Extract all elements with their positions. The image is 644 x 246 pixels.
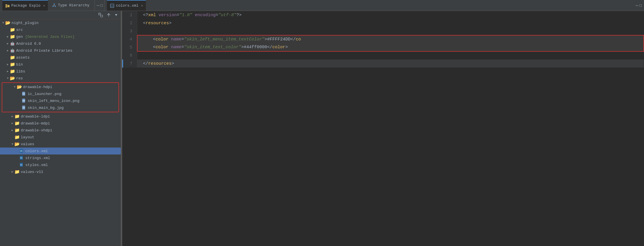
arrow-android-private[interactable]: ▶ bbox=[6, 49, 10, 52]
xml-string: "skin_left_menu_item_textColor" bbox=[184, 37, 265, 42]
tab-type-hierarchy[interactable]: Type Hierarchy bbox=[49, 0, 92, 11]
line-content-5[interactable]: <color name="skin_item_text_color">#44ff… bbox=[137, 43, 644, 51]
svg-rect-0 bbox=[5, 4, 7, 6]
svg-rect-1 bbox=[7, 5, 10, 7]
tree-item-root[interactable]: ▼ 📂 night_plugin bbox=[0, 19, 121, 26]
tree-label: skin_main_bg.jpg bbox=[28, 106, 64, 110]
tree-item-skin-left-menu-icon[interactable]: PNG skin_left_menu_icon.png bbox=[2, 97, 118, 104]
arrow-values[interactable]: ▼ bbox=[10, 143, 14, 146]
arrow-android60[interactable]: ▶ bbox=[6, 42, 10, 45]
folder-icon: 📁 bbox=[14, 169, 20, 174]
tree-item-layout[interactable]: 📁 layout bbox=[0, 134, 121, 141]
tree-label: skin_left_menu_icon.png bbox=[28, 99, 79, 103]
code-line-3: 3 bbox=[123, 27, 644, 35]
arrow-gen[interactable]: ▶ bbox=[6, 35, 10, 38]
arrow-drawable-xhdpi[interactable]: ▶ bbox=[10, 128, 14, 132]
right-tabs: xml colors.xml ✕ bbox=[107, 0, 146, 11]
tree-item-drawable-ldpi[interactable]: ▶ 📁 drawable-ldpi bbox=[0, 113, 121, 120]
colors-xml-icon: xml bbox=[110, 3, 114, 8]
arrow-root[interactable]: ▼ bbox=[1, 21, 5, 25]
tree-label: strings.xml bbox=[25, 156, 50, 160]
arrow-drawable-hdpi[interactable]: ▼ bbox=[13, 85, 17, 89]
xml-bracket: ?> bbox=[236, 13, 242, 18]
folder-icon: 📂 bbox=[5, 20, 10, 25]
tree-item-styles-xml[interactable]: XML styles.xml bbox=[0, 161, 121, 168]
xml-bracket: </ bbox=[143, 61, 148, 66]
tab-package-explorer-close[interactable]: ✕ bbox=[43, 4, 45, 8]
tab-colors-xml-close[interactable]: ✕ bbox=[141, 4, 143, 8]
arrow-drawable-ldpi[interactable]: ▶ bbox=[10, 115, 14, 118]
line-content-4[interactable]: <color name="skin_left_menu_item_textCol… bbox=[137, 35, 644, 43]
svg-rect-2 bbox=[5, 6, 7, 8]
editor-scroll[interactable]: 1 <?xml version="1.0" encoding="utf-8"?>… bbox=[122, 11, 644, 246]
tree-label: layout bbox=[21, 135, 34, 139]
svg-text:XML: XML bbox=[20, 157, 23, 159]
code-line-4: 4 <color name="skin_left_menu_item_textC… bbox=[123, 35, 644, 43]
tree-item-assets[interactable]: 📁 assets bbox=[0, 54, 121, 61]
left-panel-toolbar bbox=[0, 11, 121, 19]
arrow-drawable-mdpi[interactable]: ▶ bbox=[10, 122, 14, 125]
tree-item-src[interactable]: 📁 src bbox=[0, 26, 121, 33]
svg-text:PNG: PNG bbox=[22, 100, 25, 102]
folder-icon: 📁 bbox=[10, 69, 15, 74]
tree-item-libs[interactable]: ▶ 📁 libs bbox=[0, 68, 121, 75]
xml-bracket: = bbox=[216, 13, 218, 18]
tree-label: drawable-ldpi bbox=[21, 114, 50, 119]
svg-marker-15 bbox=[115, 14, 117, 16]
folder-open-icon: 📂 bbox=[10, 76, 15, 81]
tree-item-drawable-xhdpi[interactable]: ▶ 📁 drawable-xhdpi bbox=[0, 127, 121, 134]
svg-text:xml: xml bbox=[111, 5, 114, 7]
line-content-7[interactable]: </resources> bbox=[137, 59, 644, 68]
red-border-tree-group: ▼ 📂 drawable-hdpi PNG ic_launcher.png bbox=[2, 82, 119, 112]
line-number-6: 6 bbox=[123, 51, 137, 59]
link-with-editor-button[interactable] bbox=[105, 12, 112, 18]
xml-text: #FFFF24DD bbox=[267, 37, 291, 42]
xml-bracket: = bbox=[177, 13, 179, 18]
tree-item-values[interactable]: ▼ 📂 values bbox=[0, 141, 121, 148]
svg-text:PNG: PNG bbox=[22, 93, 25, 95]
line-number-7: 7 bbox=[123, 59, 137, 68]
arrow-bin[interactable]: ▶ bbox=[6, 63, 10, 66]
arrow-res[interactable]: ▼ bbox=[6, 77, 10, 80]
left-minimize-button[interactable]: ─ bbox=[97, 3, 99, 8]
arrow-libs[interactable]: ▶ bbox=[6, 70, 10, 73]
tree-item-gen[interactable]: ▶ 📁 gen [Generated Java Files] bbox=[0, 33, 121, 40]
tab-package-explorer[interactable]: Package Explo ✕ bbox=[2, 0, 48, 11]
collapse-all-button[interactable] bbox=[97, 12, 104, 18]
right-minimize-button[interactable]: ─ bbox=[636, 3, 638, 8]
folder-open-icon: 📂 bbox=[14, 141, 20, 147]
line-content-3[interactable] bbox=[137, 27, 644, 35]
tree-item-drawable-mdpi[interactable]: ▶ 📁 drawable-mdpi bbox=[0, 120, 121, 127]
left-maximize-button[interactable]: □ bbox=[100, 3, 103, 8]
tree-label: drawable-xhdpi bbox=[21, 128, 52, 133]
folder-icon: 📁 bbox=[10, 62, 15, 67]
xml-string: "skin_item_text_color" bbox=[184, 45, 241, 50]
folder-icon: 📁 bbox=[14, 121, 20, 126]
xml-bracket: < bbox=[153, 37, 156, 42]
tree-item-drawable-hdpi[interactable]: ▼ 📂 drawable-hdpi bbox=[2, 83, 118, 90]
tree-item-ic-launcher[interactable]: PNG ic_launcher.png bbox=[2, 90, 118, 97]
view-menu-button[interactable] bbox=[113, 13, 119, 17]
code-line-2: 2 <resources> bbox=[123, 19, 644, 27]
right-maximize-button[interactable]: □ bbox=[639, 3, 642, 8]
tree-item-strings-xml[interactable]: XML strings.xml bbox=[0, 154, 121, 161]
tree-label: assets bbox=[16, 55, 30, 60]
tree-item-colors-xml[interactable]: XML colors.xml bbox=[0, 148, 121, 154]
tab-colors-xml[interactable]: xml colors.xml ✕ bbox=[107, 0, 146, 11]
tree-item-bin[interactable]: ▶ 📁 bin bbox=[0, 61, 121, 68]
xml-text: #44ff0000 bbox=[244, 45, 267, 50]
line-content-2[interactable]: <resources> bbox=[137, 19, 644, 27]
tree-label: styles.xml bbox=[25, 163, 48, 167]
main-tab-bar: Package Explo ✕ Type Hierarchy ─ □ bbox=[0, 0, 644, 11]
tree-item-skin-main-bg[interactable]: JPG skin_main_bg.jpg bbox=[2, 104, 118, 111]
line-content-1[interactable]: <?xml version="1.0" encoding="utf-8"?> bbox=[137, 11, 644, 19]
line-content-6[interactable] bbox=[137, 51, 644, 59]
arrow-values-v11[interactable]: ▶ bbox=[10, 170, 14, 174]
tree-item-values-v11[interactable]: ▶ 📁 values-v11 bbox=[0, 168, 121, 175]
tree-item-android-private[interactable]: ▶ 🤖 Android Private Libraries bbox=[0, 47, 121, 54]
tree-scroll[interactable]: ▼ 📂 night_plugin 📁 src ▶ 📁 gen [Generate… bbox=[0, 19, 121, 246]
tree-item-android60[interactable]: ▶ 🤖 Android 6.0 bbox=[0, 40, 121, 47]
right-panel: 1 <?xml version="1.0" encoding="utf-8"?>… bbox=[122, 11, 644, 246]
tree-item-res[interactable]: ▼ 📂 res bbox=[0, 75, 121, 82]
xml-tag: resources bbox=[146, 21, 169, 26]
